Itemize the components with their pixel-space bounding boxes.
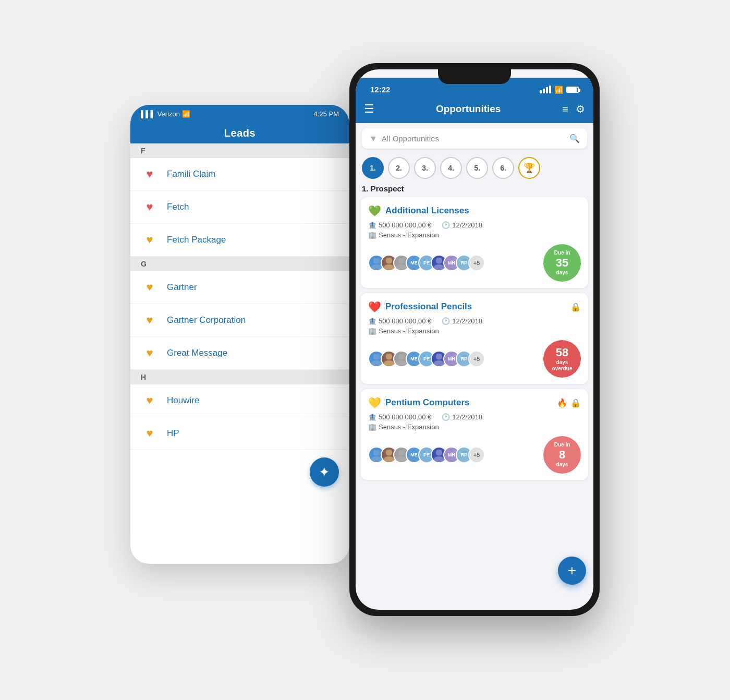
svg-point-0	[373, 258, 380, 264]
stage-tab-5[interactable]: 5.	[466, 157, 488, 179]
list-item[interactable]: ♥ Fetch	[130, 191, 349, 224]
lock-icon: 🔒	[570, 302, 581, 312]
opp-badges-3: 🔥 🔒	[557, 398, 581, 408]
back-phone-status-bar: ▌▌▌ Verizon 📶 4:25 PM	[130, 105, 349, 123]
wifi-icon: 📶	[182, 110, 190, 118]
signal-bars-icon	[540, 86, 551, 93]
leads-list: F ♥ Famili Claim ♥ Fetch ♥ Fetch Package…	[130, 143, 349, 487]
heart-pulse-icon: ♥	[141, 425, 159, 442]
add-opportunity-fab[interactable]: +	[558, 557, 586, 585]
due-label-3: Due in	[554, 442, 570, 448]
svg-point-8	[373, 354, 380, 360]
opp-footer-3: ME PE MH RP +5 Due in 8 days	[368, 436, 581, 474]
svg-point-13	[396, 360, 407, 367]
svg-point-19	[384, 456, 395, 463]
heart-icon: ♥	[141, 165, 159, 183]
list-item[interactable]: ♥ Famili Claim	[130, 158, 349, 191]
carrier-name: Verizon	[157, 110, 180, 118]
green-heart-icon: 💚	[368, 204, 381, 217]
heart-pulse-icon: ♥	[141, 311, 159, 329]
due-badge-3: Due in 8 days	[543, 436, 581, 474]
current-stage-label: 1. Prospect	[356, 182, 593, 197]
opp-card-additional-licenses[interactable]: 💚 Additional Licenses 🏦 500 000 000,00 €…	[361, 197, 588, 288]
lead-name-fetch[interactable]: Fetch	[167, 202, 189, 212]
avatar-more-3: +5	[468, 446, 485, 463]
list-item[interactable]: ♥ Great Message	[130, 337, 349, 370]
fire-icon: 🔥	[557, 398, 567, 408]
search-placeholder: All Opportunities	[382, 134, 565, 143]
svg-point-9	[371, 360, 382, 367]
opp-footer-1: ME PE MH RP +5 Due in 35 days	[368, 244, 581, 282]
lead-name-gartner-corp[interactable]: Gartner Corporation	[167, 315, 246, 325]
opp-org-1: 🏢 Sensus - Expansion	[368, 231, 581, 239]
svg-point-6	[436, 258, 442, 264]
lead-name-gartner[interactable]: Gartner	[167, 282, 197, 293]
leads-fab[interactable]: ✦	[310, 457, 339, 487]
stage-tab-1[interactable]: 1.	[362, 157, 384, 179]
list-item[interactable]: ♥ Fetch Package	[130, 224, 349, 257]
menu-icon[interactable]: ☰	[364, 102, 374, 116]
settings-icon[interactable]: ⚙	[576, 103, 585, 115]
list-item[interactable]: ♥ HP	[130, 417, 349, 450]
svg-point-22	[436, 450, 442, 456]
avatars-group-1: ME PE MH RP +5	[368, 255, 485, 271]
scene: ▌▌▌ Verizon 📶 4:25 PM Leads F ♥ Famili C…	[130, 63, 600, 637]
stage-tab-3[interactable]: 3.	[414, 157, 436, 179]
lead-name-great-message[interactable]: Great Message	[167, 348, 227, 358]
lead-name-houwire[interactable]: Houwire	[167, 395, 199, 406]
lock-icon-3: 🔒	[570, 398, 581, 408]
svg-point-11	[384, 360, 395, 367]
due-overdue-2: overdue	[552, 366, 573, 372]
lead-name-fetch-package[interactable]: Fetch Package	[167, 235, 226, 245]
search-icon[interactable]: 🔍	[569, 134, 580, 143]
svg-point-20	[398, 450, 405, 456]
heart-icon: ♥	[141, 198, 159, 216]
amount-icon-3: 🏦	[368, 413, 376, 421]
amount-icon: 🏦	[368, 221, 376, 229]
due-badge-2: 58 days overdue	[543, 340, 581, 378]
opp-title-pentium-computers: 💛 Pentium Computers	[368, 396, 470, 409]
section-h-header: H	[130, 370, 349, 384]
back-phone: ▌▌▌ Verizon 📶 4:25 PM Leads F ♥ Famili C…	[130, 105, 349, 564]
amount-icon-2: 🏦	[368, 317, 376, 325]
stage-tab-2[interactable]: 2.	[388, 157, 410, 179]
opp-title-professional-pencils: ❤️ Professional Pencils	[368, 300, 472, 313]
stage-tab-4[interactable]: 4.	[440, 157, 462, 179]
svg-point-14	[436, 354, 442, 360]
search-bar[interactable]: ▼ All Opportunities 🔍	[362, 128, 587, 149]
opp-meta-3: 🏦 500 000 000,00 € 🕐 12/2/2018	[368, 413, 581, 421]
section-g-header: G	[130, 257, 349, 271]
due-unit-2: days	[556, 359, 568, 366]
opp-card-pentium-computers[interactable]: 💛 Pentium Computers 🔥 🔒 🏦 500 000 000,00…	[361, 389, 588, 480]
svg-point-23	[434, 456, 445, 463]
avatars-group-3: ME PE MH RP +5	[368, 446, 485, 463]
list-view-icon[interactable]: ≡	[562, 103, 568, 115]
wifi-status-icon: 📶	[554, 86, 563, 94]
due-number-2: 58	[556, 346, 568, 359]
opp-card-professional-pencils[interactable]: ❤️ Professional Pencils 🔒 🏦 500 000 000,…	[361, 293, 588, 384]
opp-meta-2: 🏦 500 000 000,00 € 🕐 12/2/2018	[368, 317, 581, 325]
list-item[interactable]: ♥ Gartner	[130, 271, 349, 304]
svg-point-18	[386, 450, 392, 456]
lead-name-hp[interactable]: HP	[167, 428, 179, 439]
filter-icon[interactable]: ▼	[369, 134, 378, 143]
opp-date-3: 12/2/2018	[452, 413, 482, 421]
list-item[interactable]: ♥ Houwire	[130, 384, 349, 417]
stage-tab-trophy[interactable]: 🏆	[518, 157, 540, 179]
org-icon-2: 🏢	[368, 327, 376, 335]
battery-icon	[566, 87, 579, 93]
svg-point-21	[396, 456, 407, 463]
list-item[interactable]: ♥ Gartner Corporation	[130, 304, 349, 337]
opp-org-2: 🏢 Sensus - Expansion	[368, 327, 581, 335]
header-icons-group: ≡ ⚙	[562, 103, 585, 115]
date-icon-3: 🕐	[442, 413, 450, 421]
lead-name-famili-claim[interactable]: Famili Claim	[167, 169, 216, 179]
due-label-1: Due in	[554, 250, 570, 256]
stage-tab-6[interactable]: 6.	[492, 157, 514, 179]
svg-point-2	[386, 258, 392, 264]
opp-date-2: 12/2/2018	[452, 317, 482, 325]
opp-amount-2: 500 000 000,00 €	[379, 317, 431, 325]
svg-point-5	[396, 264, 407, 271]
phone-notch	[438, 69, 511, 84]
carrier-info: ▌▌▌ Verizon 📶	[141, 110, 190, 118]
